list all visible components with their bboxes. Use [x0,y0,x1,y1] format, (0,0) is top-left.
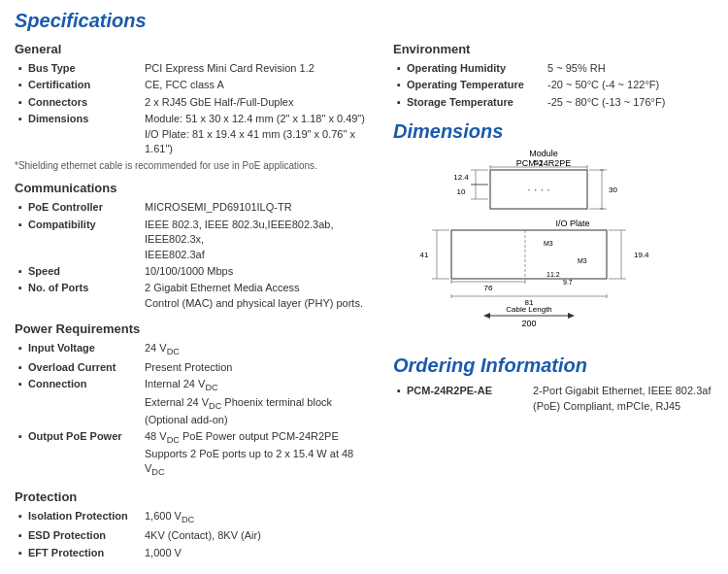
protection-table: ▪ Isolation Protection 1,600 VDC ▪ ESD P… [15,508,374,561]
general-note: *Shielding ethernet cable is recommended… [15,160,374,171]
row-label: PoE Controller [26,199,143,216]
comm-table: ▪ PoE Controller MICROSEMI_PD69101ILQ-TR… [15,199,374,312]
row-value: 24 VDC [143,340,374,359]
bullet: ▪ [393,77,405,93]
table-row: ▪ Connectors 2 x RJ45 GbE Half-/Full-Dup… [15,94,374,111]
svg-text:51: 51 [535,158,544,167]
section-env-title: Environment [393,42,713,56]
row-label: Bus Type [26,60,143,77]
svg-text:Module: Module [529,149,558,158]
row-value: Module: 51 x 30 x 12.4 mm (2" x 1.18" x … [143,111,374,157]
bullet: ▪ [393,60,405,77]
page-container: Specifications General ▪ Bus Type PCI Ex… [0,0,728,574]
bullet: ▪ [15,359,26,376]
table-row: ▪ Speed 10/100/1000 Mbps [15,263,374,280]
svg-text:Cable Length: Cable Length [506,305,552,314]
table-row: ▪ Storage Temperature -25 ~ 80°C (-13 ~ … [393,94,713,111]
dimensions-svg: Module PCM-24R2PE 51 30 [393,149,704,343]
table-row: ▪ Compatibility IEEE 802.3, IEEE 802.3u,… [15,217,374,263]
table-row: ▪ Operating Humidity 5 ~ 95% RH [393,60,713,77]
row-value: CE, FCC class A [143,77,374,93]
row-value: 48 VDC PoE Power output PCM-24R2PESuppor… [143,428,374,480]
row-label: Overload Current [26,359,143,376]
table-row: ▪ PCM-24R2PE-AE 2-Port Gigabit Ethernet,… [393,383,713,415]
table-row: ▪ EFT Protection 1,000 V [15,545,374,561]
table-row: ▪ Connection Internal 24 VDCExternal 24 … [15,376,374,427]
bullet: ▪ [393,94,405,111]
row-value: PCI Express Mini Card Revision 1.2 [143,60,374,77]
svg-text:19.4: 19.4 [634,251,649,259]
row-label: Connection [26,376,143,427]
bullet: ▪ [15,340,26,359]
table-row: ▪ PoE Controller MICROSEMI_PD69101ILQ-TR [15,199,374,216]
svg-marker-47 [568,313,575,319]
env-table: ▪ Operating Humidity 5 ~ 95% RH ▪ Operat… [393,60,713,111]
section-general-title: General [15,42,374,56]
svg-rect-23 [451,230,607,279]
table-row: ▪ Isolation Protection 1,600 VDC [15,508,374,527]
dimensions-title: Dimensions [393,120,713,143]
bullet: ▪ [15,263,26,280]
table-row: ▪ No. of Ports 2 Gigabit Ethernet Media … [15,280,374,312]
row-value: -25 ~ 80°C (-13 ~ 176°F) [546,94,713,111]
two-column-layout: General ▪ Bus Type PCI Express Mini Card… [15,42,713,574]
table-row: ▪ Overload Current Present Protection [15,359,374,376]
table-row: ▪ Output PoE Power 48 VDC PoE Power outp… [15,428,374,480]
row-value: 1,000 V [143,545,374,561]
table-row: ▪ Bus Type PCI Express Mini Card Revisio… [15,60,374,77]
row-label: Isolation Protection [26,508,143,527]
svg-text:41: 41 [420,251,429,259]
row-label: Operating Humidity [405,60,546,77]
table-row: ▪ ESD Protection 4KV (Contact), 8KV (Air… [15,527,374,544]
row-label: Speed [26,263,143,280]
svg-text:9.7: 9.7 [563,279,573,286]
row-label: Dimensions [26,111,143,157]
bullet: ▪ [15,280,26,312]
svg-text:PCM-24R2PE: PCM-24R2PE [516,158,572,168]
svg-text:30: 30 [609,186,617,194]
svg-text:200: 200 [521,319,536,328]
bullet: ▪ [15,508,26,527]
row-label: Operating Temperature [405,77,546,93]
bullet: ▪ [15,111,26,157]
row-value: Present Protection [143,359,374,376]
section-protection-title: Protection [15,490,374,504]
row-value: 2 x RJ45 GbE Half-/Full-Duplex [143,94,374,111]
bullet: ▪ [15,217,26,263]
row-label: No. of Ports [26,280,143,312]
svg-text:I/O Plate: I/O Plate [555,219,589,228]
dimensions-diagram: Module PCM-24R2PE 51 30 [393,149,713,345]
page-title: Specifications [15,10,713,32]
table-row: ▪ Operating Temperature -20 ~ 50°C (-4 ~… [393,77,713,93]
row-label: ESD Protection [26,527,143,544]
row-label: Certification [26,77,143,93]
bullet: ▪ [15,428,26,480]
bullet: ▪ [393,383,405,415]
row-value: 1,600 VDC [143,508,374,527]
part-desc: 2-Port Gigabit Ethernet, IEEE 802.3af (P… [531,383,713,415]
row-label: Compatibility [26,217,143,263]
row-value: Internal 24 VDCExternal 24 VDC Phoenix t… [143,376,374,427]
svg-text:M3: M3 [578,257,587,264]
bullet: ▪ [15,94,26,111]
bullet: ▪ [15,527,26,544]
table-row: ▪ Input Voltage 24 VDC [15,340,374,359]
left-column: General ▪ Bus Type PCI Express Mini Card… [15,42,374,574]
part-number: PCM-24R2PE-AE [405,383,531,415]
row-value: 5 ~ 95% RH [546,60,713,77]
row-value: 10/100/1000 Mbps [143,263,374,280]
row-label: Connectors [26,94,143,111]
power-table: ▪ Input Voltage 24 VDC ▪ Overload Curren… [15,340,374,480]
svg-marker-46 [483,313,490,319]
bullet: ▪ [15,376,26,427]
row-label: EFT Protection [26,545,143,561]
svg-text:· · · ·: · · · · [527,183,549,196]
section-power-title: Power Requirements [15,321,374,336]
bullet: ▪ [15,77,26,93]
section-comm-title: Communications [15,181,374,195]
row-label: Output PoE Power [26,428,143,480]
row-label: Storage Temperature [405,94,546,111]
svg-text:76: 76 [484,284,493,292]
right-column: Environment ▪ Operating Humidity 5 ~ 95%… [393,42,713,574]
table-row: ▪ Dimensions Module: 51 x 30 x 12.4 mm (… [15,111,374,157]
